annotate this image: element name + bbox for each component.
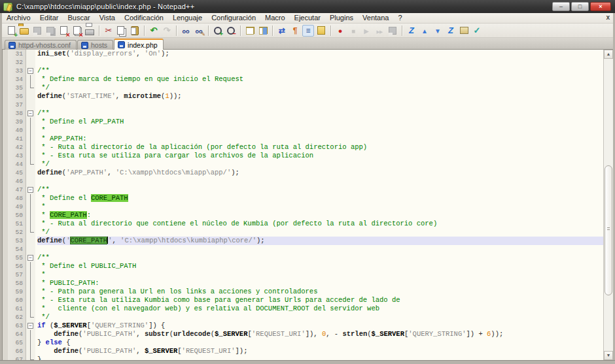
scroll-down-arrow-icon[interactable]: ▼ (604, 351, 613, 360)
close-all-icon[interactable] (71, 25, 82, 37)
code-line[interactable]: * - Ruta al directorio que contiene el n… (37, 220, 613, 228)
menu-item-editar[interactable]: Editar (35, 13, 63, 23)
code-line[interactable]: * Define el APP_PATH (37, 118, 613, 126)
code-line[interactable]: * - Ruta al directorio de la aplicación … (37, 143, 613, 152)
code-line[interactable]: * PUBLIC_PATH: (37, 279, 613, 288)
macro-stop-icon[interactable] (347, 25, 359, 37)
redo-icon[interactable] (161, 25, 173, 37)
menu-item-archivo[interactable]: Archivo (2, 13, 35, 23)
fold-marker[interactable]: − (26, 254, 35, 262)
menu-item-lenguaje[interactable]: Lenguaje (168, 13, 207, 23)
plugin-up-icon[interactable] (419, 25, 430, 37)
menu-item-codificacin[interactable]: Codificación (120, 13, 168, 23)
code-line[interactable]: * APP_PATH: (37, 135, 613, 143)
fold-margin[interactable]: −−−−− (26, 50, 35, 360)
code-line[interactable]: ini_set('display_errors', 'On'); (37, 50, 613, 58)
code-line[interactable]: * Define el PUBLIC_PATH (37, 262, 613, 271)
code-line[interactable]: * - Esta ruta la utiliza Kumbia como bas… (37, 296, 613, 305)
code-line[interactable]: /** (37, 254, 613, 262)
new-file-icon[interactable] (5, 25, 17, 37)
macro-run-multiple-icon[interactable] (374, 25, 385, 37)
paste-icon[interactable] (129, 25, 141, 37)
code-view[interactable]: ini_set('display_errors', 'On');/** * De… (35, 50, 613, 360)
menu-close-icon[interactable]: x (606, 14, 610, 21)
plugin-sort-desc-icon[interactable] (445, 25, 457, 37)
plugin-down-icon[interactable] (432, 25, 444, 37)
indent-guide-icon[interactable] (302, 25, 314, 37)
zoom-out-icon[interactable] (225, 25, 237, 37)
plugin-sort-asc-icon[interactable] (406, 25, 417, 37)
menu-item-configuracin[interactable]: Configuración (207, 13, 260, 23)
menu-item-buscar[interactable]: Buscar (63, 13, 94, 23)
code-line[interactable]: if ($_SERVER['QUERY_STRING']) { (37, 322, 613, 330)
save-icon[interactable] (31, 25, 43, 37)
word-wrap-icon[interactable] (276, 25, 288, 37)
undo-icon[interactable] (148, 25, 160, 37)
menu-item-vista[interactable]: Vista (95, 13, 120, 23)
code-line[interactable]: define('APP_PATH', 'C:\xampp\htdocs\miap… (37, 169, 613, 177)
user-define-dialog-icon[interactable] (315, 25, 327, 37)
code-line[interactable] (37, 177, 613, 186)
code-line[interactable]: /** (37, 67, 613, 75)
save-all-icon[interactable] (44, 25, 56, 37)
menu-item-plugins[interactable]: Plugins (325, 13, 358, 23)
code-line[interactable]: * Define el CORE_PATH (37, 194, 613, 203)
tab-httpd-vhosts.conf[interactable]: httpd-vhosts.conf (5, 40, 77, 50)
replace-icon[interactable] (193, 25, 205, 37)
code-line[interactable]: define('START_TIME', microtime(1)); (37, 92, 613, 101)
menu-item-macro[interactable]: Macro (260, 13, 290, 23)
find-icon[interactable] (180, 25, 192, 37)
code-line[interactable]: * - Esta ruta se utiliza para cargar los… (37, 152, 613, 160)
close-file-icon[interactable] (58, 25, 69, 37)
code-line[interactable]: } else { (37, 339, 613, 347)
code-line[interactable]: * - Path para genera la Url en los links… (37, 288, 613, 296)
code-line[interactable]: define('CORE_PATH', 'C:\xampp\htdocs\kum… (37, 237, 613, 245)
code-line[interactable]: * (37, 271, 613, 279)
code-line[interactable]: */ (37, 228, 613, 237)
code-line[interactable]: /** (37, 109, 613, 118)
code-line[interactable]: */ (37, 313, 613, 322)
fold-marker[interactable]: − (26, 322, 35, 330)
code-line[interactable]: */ (37, 84, 613, 92)
menu-item-ejecutar[interactable]: Ejecutar (290, 13, 325, 23)
code-line[interactable]: /** (37, 186, 613, 194)
scrollbar-thumb[interactable] (605, 165, 612, 295)
fold-marker[interactable]: − (26, 186, 35, 194)
code-line[interactable]: * cliente (con el navegador web) y es re… (37, 305, 613, 313)
macro-play-icon[interactable] (360, 25, 372, 37)
open-file-icon[interactable] (18, 25, 30, 37)
code-line[interactable]: define('PUBLIC_PATH', $_SERVER['REQUEST_… (37, 347, 613, 356)
code-line[interactable]: * Define marca de tiempo en que inicio e… (37, 75, 613, 84)
plugin-doc-icon[interactable] (458, 25, 470, 37)
macro-record-icon[interactable] (334, 25, 346, 37)
code-line[interactable]: * (37, 126, 613, 135)
code-line[interactable]: define('PUBLIC_PATH', substr(urldecode($… (37, 330, 613, 339)
code-line[interactable]: */ (37, 160, 613, 169)
minimize-button[interactable]: – (552, 2, 570, 11)
close-button[interactable]: × (590, 2, 611, 11)
menu-item-ventana[interactable]: Ventana (358, 13, 393, 23)
copy-icon[interactable] (116, 25, 128, 37)
sync-horizontal-scroll-icon[interactable] (257, 25, 269, 37)
menu-item-?[interactable]: ? (393, 13, 406, 23)
fold-marker[interactable]: − (26, 67, 35, 75)
code-line[interactable] (37, 245, 613, 254)
vertical-scrollbar[interactable]: ▲ ▼ (603, 50, 613, 360)
show-all-characters-icon[interactable] (289, 25, 301, 37)
editor-area[interactable]: 3132333435363738394041424344454647484950… (2, 50, 613, 360)
bookmark-margin[interactable] (3, 50, 8, 360)
print-icon[interactable] (84, 25, 96, 37)
scroll-up-arrow-icon[interactable]: ▲ (604, 50, 613, 59)
sync-vertical-scroll-icon[interactable] (244, 25, 256, 37)
tab-index.php[interactable]: index.php (114, 39, 164, 50)
code-line[interactable] (37, 58, 613, 67)
zoom-in-icon[interactable] (212, 25, 224, 37)
macro-save-icon[interactable] (387, 25, 398, 37)
tab-hosts[interactable]: hosts (77, 40, 113, 50)
cut-icon[interactable] (103, 25, 114, 37)
restore-button[interactable]: □ (571, 2, 589, 11)
code-line[interactable]: * CORE_PATH: (37, 211, 613, 220)
plugin-check-icon[interactable] (471, 25, 483, 37)
fold-marker[interactable]: − (26, 109, 35, 118)
code-line[interactable] (37, 101, 613, 109)
